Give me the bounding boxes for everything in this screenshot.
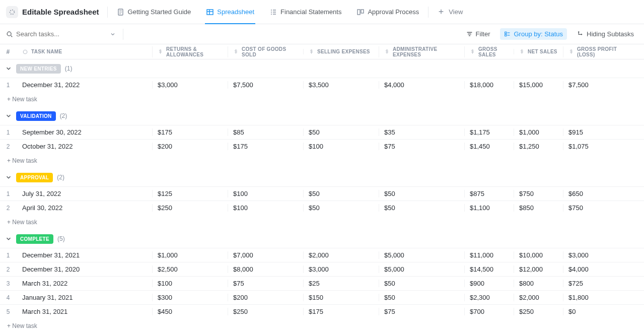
new-task-button[interactable]: + New task bbox=[0, 215, 644, 230]
net-sales-cell[interactable]: $15,000 bbox=[514, 81, 563, 89]
selling-cell[interactable]: $50 bbox=[303, 128, 379, 136]
col-net-sales-header[interactable]: NET SALES bbox=[514, 49, 563, 54]
admin-cell[interactable]: $50 bbox=[379, 190, 464, 197]
admin-cell[interactable]: $50 bbox=[379, 280, 464, 287]
search-input[interactable] bbox=[16, 30, 102, 38]
gross-profit-cell[interactable]: $7,500 bbox=[563, 81, 638, 89]
cogs-cell[interactable]: $7,000 bbox=[228, 251, 303, 259]
net-sales-cell[interactable]: $1,250 bbox=[514, 143, 563, 150]
gross-sales-cell[interactable]: $1,175 bbox=[464, 128, 514, 136]
gross-profit-cell[interactable]: $1,800 bbox=[563, 294, 638, 301]
table-row[interactable]: 1September 30, 2022$175$85$50$35$1,175$1… bbox=[0, 125, 644, 139]
net-sales-cell[interactable]: $850 bbox=[514, 204, 563, 212]
gross-sales-cell[interactable]: $18,000 bbox=[464, 81, 514, 89]
task-name-cell[interactable]: December 31, 2022 bbox=[16, 81, 152, 89]
admin-cell[interactable]: $4,000 bbox=[379, 81, 464, 89]
gross-profit-cell[interactable]: $725 bbox=[563, 280, 638, 287]
selling-cell[interactable]: $150 bbox=[303, 294, 379, 301]
returns-cell[interactable]: $100 bbox=[152, 280, 228, 287]
gross-sales-cell[interactable]: $700 bbox=[464, 308, 514, 315]
add-view-button[interactable]: View bbox=[431, 0, 470, 24]
cogs-cell[interactable]: $175 bbox=[228, 143, 303, 150]
cogs-cell[interactable]: $100 bbox=[228, 190, 303, 197]
table-row[interactable]: 2October 31, 2022$200$175$100$75$1,450$1… bbox=[0, 139, 644, 153]
new-task-button[interactable]: + New task bbox=[0, 318, 644, 333]
task-name-cell[interactable]: January 31, 2021 bbox=[16, 294, 152, 301]
chevron-down-icon[interactable] bbox=[110, 31, 116, 37]
cogs-cell[interactable]: $250 bbox=[228, 308, 303, 315]
filter-button[interactable]: Filter bbox=[462, 28, 494, 40]
returns-cell[interactable]: $175 bbox=[152, 128, 228, 136]
admin-cell[interactable]: $5,000 bbox=[379, 265, 464, 273]
task-name-cell[interactable]: April 30, 2022 bbox=[16, 204, 152, 212]
admin-cell[interactable]: $75 bbox=[379, 308, 464, 315]
chevron-down-icon[interactable] bbox=[5, 174, 12, 181]
gross-profit-cell[interactable]: $915 bbox=[563, 128, 638, 136]
task-name-cell[interactable]: September 30, 2022 bbox=[16, 128, 152, 136]
cogs-cell[interactable]: $100 bbox=[228, 204, 303, 212]
col-gross-profit-header[interactable]: GROSS PROFIT (LOSS) bbox=[563, 46, 638, 57]
chevron-down-icon[interactable] bbox=[5, 112, 12, 119]
task-name-cell[interactable]: July 31, 2022 bbox=[16, 190, 152, 197]
task-name-cell[interactable]: December 31, 2020 bbox=[16, 265, 152, 273]
cogs-cell[interactable]: $85 bbox=[228, 128, 303, 136]
admin-cell[interactable]: $50 bbox=[379, 204, 464, 212]
cogs-cell[interactable]: $7,500 bbox=[228, 81, 303, 89]
gross-profit-cell[interactable]: $4,000 bbox=[563, 265, 638, 273]
col-gross-sales-header[interactable]: GROSS SALES bbox=[464, 46, 514, 57]
selling-cell[interactable]: $100 bbox=[303, 143, 379, 150]
group-header[interactable]: NEW ENTRIES(1) bbox=[0, 59, 644, 78]
returns-cell[interactable]: $125 bbox=[152, 190, 228, 197]
tab-approval[interactable]: Approval Process bbox=[349, 0, 426, 24]
net-sales-cell[interactable]: $10,000 bbox=[514, 251, 563, 259]
admin-cell[interactable]: $35 bbox=[379, 128, 464, 136]
new-task-button[interactable]: + New task bbox=[0, 92, 644, 107]
group-header[interactable]: VALIDATION(2) bbox=[0, 107, 644, 125]
selling-cell[interactable]: $25 bbox=[303, 280, 379, 287]
returns-cell[interactable]: $200 bbox=[152, 143, 228, 150]
table-row[interactable]: 4January 31, 2021$300$200$150$50$2,300$2… bbox=[0, 290, 644, 304]
returns-cell[interactable]: $3,000 bbox=[152, 81, 228, 89]
hiding-subtasks-button[interactable]: Hiding Subtasks bbox=[573, 28, 638, 40]
returns-cell[interactable]: $450 bbox=[152, 308, 228, 315]
returns-cell[interactable]: $300 bbox=[152, 294, 228, 301]
table-row[interactable]: 1December 31, 2021$1,000$7,000$2,000$5,0… bbox=[0, 248, 644, 262]
cogs-cell[interactable]: $200 bbox=[228, 294, 303, 301]
selling-cell[interactable]: $3,500 bbox=[303, 81, 379, 89]
selling-cell[interactable]: $50 bbox=[303, 190, 379, 197]
returns-cell[interactable]: $250 bbox=[152, 204, 228, 212]
gross-profit-cell[interactable]: $3,000 bbox=[563, 251, 638, 259]
admin-cell[interactable]: $50 bbox=[379, 294, 464, 301]
new-task-button[interactable]: + New task bbox=[0, 153, 644, 168]
gross-profit-cell[interactable]: $0 bbox=[563, 308, 638, 315]
selling-cell[interactable]: $175 bbox=[303, 308, 379, 315]
net-sales-cell[interactable]: $800 bbox=[514, 280, 563, 287]
chevron-down-icon[interactable] bbox=[5, 65, 12, 72]
cogs-cell[interactable]: $8,000 bbox=[228, 265, 303, 273]
col-cogs-header[interactable]: COST OF GOODS SOLD bbox=[228, 46, 303, 57]
selling-cell[interactable]: $2,000 bbox=[303, 251, 379, 259]
admin-cell[interactable]: $75 bbox=[379, 143, 464, 150]
net-sales-cell[interactable]: $2,000 bbox=[514, 294, 563, 301]
table-row[interactable]: 5March 31, 2021$450$250$175$75$700$250$0 bbox=[0, 304, 644, 318]
task-name-cell[interactable]: March 31, 2022 bbox=[16, 280, 152, 287]
net-sales-cell[interactable]: $1,000 bbox=[514, 128, 563, 136]
group-by-button[interactable]: Group by: Status bbox=[500, 28, 567, 40]
table-row[interactable]: 1July 31, 2022$125$100$50$50$875$750$650 bbox=[0, 186, 644, 201]
gross-sales-cell[interactable]: $14,500 bbox=[464, 265, 514, 273]
task-name-cell[interactable]: October 31, 2022 bbox=[16, 143, 152, 150]
table-row[interactable]: 2December 31, 2020$2,500$8,000$3,000$5,0… bbox=[0, 262, 644, 276]
col-returns-header[interactable]: RETURNS & ALLOWANCES bbox=[152, 46, 228, 57]
gross-sales-cell[interactable]: $900 bbox=[464, 280, 514, 287]
table-row[interactable]: 1December 31, 2022$3,000$7,500$3,500$4,0… bbox=[0, 78, 644, 92]
table-row[interactable]: 2April 30, 2022$250$100$50$50$1,100$850$… bbox=[0, 201, 644, 215]
tab-spreadsheet[interactable]: Spreadsheet bbox=[199, 0, 261, 24]
gross-sales-cell[interactable]: $11,000 bbox=[464, 251, 514, 259]
net-sales-cell[interactable]: $12,000 bbox=[514, 265, 563, 273]
net-sales-cell[interactable]: $750 bbox=[514, 190, 563, 197]
task-name-cell[interactable]: March 31, 2021 bbox=[16, 308, 152, 315]
gross-sales-cell[interactable]: $875 bbox=[464, 190, 514, 197]
selling-cell[interactable]: $3,000 bbox=[303, 265, 379, 273]
gross-sales-cell[interactable]: $1,450 bbox=[464, 143, 514, 150]
gross-profit-cell[interactable]: $750 bbox=[563, 204, 638, 212]
